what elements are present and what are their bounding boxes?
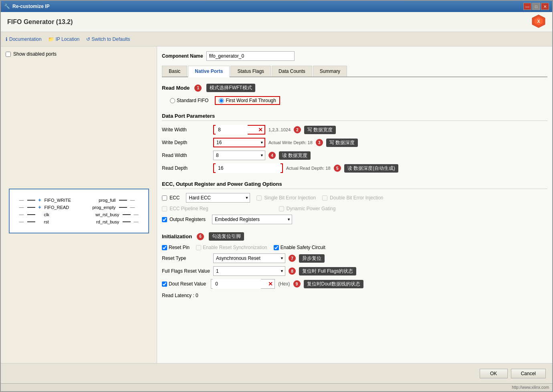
minimize-button[interactable]: — <box>523 3 531 10</box>
ecc-pipeline-label: ECC Pipeline Reg <box>170 206 208 211</box>
switch-defaults-button[interactable]: ↺ Switch to Defaults <box>86 36 130 42</box>
ecc-dropdown-wrapper: Hard ECC Soft ECC <box>186 193 250 203</box>
annotation-5-text: 读 数据深度(自动生成) <box>344 164 398 173</box>
dout-reset-row: Dout Reset Value ✕ (Hex) 9 复位时Dout数据线的状态 <box>162 279 547 289</box>
enable-reset-sync-checkbox[interactable] <box>196 245 201 250</box>
ecc-checkbox[interactable] <box>162 195 167 201</box>
ecc-pipeline-checkbox[interactable] <box>162 206 167 211</box>
enable-safety-label: Enable Safety Circuit <box>281 245 325 250</box>
write-width-range: 1,2,3..1024 <box>268 127 291 132</box>
ecc-dropdown[interactable]: Hard ECC Soft ECC <box>186 193 250 203</box>
write-width-input[interactable] <box>216 125 248 135</box>
ip-location-button[interactable]: 📁 IP Location <box>48 36 80 42</box>
write-width-row: Write Width ✕ 1,2,3..1024 2 写 数据宽度 <box>162 125 547 135</box>
read-latency-row: Read Latency : 0 <box>162 293 547 298</box>
full-flags-select[interactable]: 1 0 <box>213 266 285 276</box>
enable-safety-checkbox[interactable] <box>274 245 279 250</box>
output-reg-dropdown-wrapper: Embedded Registers Fabric Registers <box>212 215 292 224</box>
annotation-9-text: 复位时Dout数据线的状态 <box>304 280 363 288</box>
output-registers-checkbox[interactable] <box>162 217 167 222</box>
show-disabled-label: Show disabled ports <box>13 51 57 57</box>
read-depth-label: Read Depth <box>162 165 210 171</box>
read-width-row: Read Width 8 16 32 4 读 数据宽度 <box>162 151 547 160</box>
tab-basic[interactable]: Basic <box>162 66 187 76</box>
output-reg-dropdown[interactable]: Embedded Registers Fabric Registers <box>212 215 292 224</box>
svg-text:X: X <box>537 19 540 24</box>
dout-reset-checkbox[interactable] <box>162 281 167 287</box>
reset-type-row: Reset Type Asynchronous Reset Synchronou… <box>162 253 547 263</box>
ecc-title: ECC, Output Register and Power Gating Op… <box>162 181 547 189</box>
write-depth-row: Write Depth 16 32 64 128 Actual Write De… <box>162 138 547 147</box>
fifo-write-port: — + FIFO_WRITE prog_full — <box>19 197 139 203</box>
footer: OK Cancel <box>1 363 552 383</box>
full-flags-label: Full Flags Reset Value <box>162 268 210 274</box>
component-name-input[interactable] <box>206 51 295 61</box>
clk-port: — clk wr_rst_busy — <box>19 212 139 217</box>
show-disabled-ports-checkbox[interactable] <box>6 52 11 57</box>
annotation-4-text: 读 数据宽度 <box>279 151 311 160</box>
write-depth-actual: Actual Write Depth: 18 <box>268 140 313 145</box>
sidebar: Show disabled ports — + FIFO_WRITE prog_… <box>1 46 157 363</box>
annotation-8-badge: 8 <box>289 267 296 275</box>
tab-data-counts[interactable]: Data Counts <box>272 66 312 76</box>
reset-type-label: Reset Type <box>162 255 210 261</box>
annotation-5-badge: 5 <box>334 165 341 172</box>
write-depth-select-wrapper: 16 32 64 128 <box>213 138 265 147</box>
component-name-label: Component Name <box>162 53 203 59</box>
dout-reset-clear-button[interactable]: ✕ <box>268 281 273 287</box>
header-logo: X <box>531 14 546 30</box>
tab-native-ports[interactable]: Native Ports <box>188 66 230 77</box>
fifo-read-port: — + FIFO_READ prog_empty — <box>19 205 139 210</box>
read-mode-radio-group: Standard FIFO First Word Fall Through <box>170 96 547 105</box>
reset-options-row: Reset Pin Enable Reset Synchronization E… <box>162 245 547 250</box>
standard-fifo-radio[interactable]: Standard FIFO <box>170 98 208 103</box>
close-button[interactable]: ✕ <box>541 3 549 10</box>
location-icon: 📁 <box>48 36 54 42</box>
read-width-label: Read Width <box>162 153 210 158</box>
main-panel: Component Name Basic Native Ports Status… <box>157 46 552 363</box>
write-depth-select[interactable]: 16 32 64 128 <box>213 138 265 147</box>
cancel-button[interactable]: Cancel <box>511 369 546 378</box>
ecc-pipeline-row: ECC Pipeline Reg Dynamic Power Gating <box>162 206 547 211</box>
fwft-radio[interactable]: First Word Fall Through <box>215 96 280 105</box>
ecc-main-row: ECC Hard ECC Soft ECC Single Bit Error I… <box>162 193 547 203</box>
documentation-button[interactable]: ℹ Documentation <box>6 36 42 42</box>
maximize-button[interactable]: □ <box>532 3 540 10</box>
read-depth-input[interactable] <box>216 163 281 173</box>
double-bit-checkbox[interactable] <box>322 195 327 201</box>
write-width-clear-button[interactable]: ✕ <box>258 127 263 133</box>
data-port-section: Data Port Parameters Write Width ✕ 1,2,3… <box>162 113 547 173</box>
annotation-1-badge: 1 <box>194 84 202 92</box>
tab-summary[interactable]: Summary <box>313 66 347 76</box>
dynamic-power-checkbox[interactable] <box>279 206 284 211</box>
ecc-section: ECC, Output Register and Power Gating Op… <box>162 181 547 224</box>
window-icon: 🔧 <box>4 4 10 9</box>
dout-hex-label: (Hex) <box>278 281 290 287</box>
output-reg-label: Output Registers <box>170 217 206 222</box>
header: FIFO Generator (13.2) X <box>1 12 552 32</box>
dynamic-power-label: Dynamic Power Gating <box>287 206 336 211</box>
reset-pin-checkbox[interactable] <box>162 245 167 250</box>
annotation-7-badge: 7 <box>289 255 296 262</box>
refresh-icon: ↺ <box>86 36 90 42</box>
annotation-4-badge: 4 <box>268 152 276 159</box>
dout-reset-input[interactable] <box>213 279 261 289</box>
read-latency-text: Read Latency : 0 <box>162 293 198 298</box>
single-bit-label: Single Bit Error Injection <box>264 195 316 201</box>
annotation-2-badge: 2 <box>294 126 301 133</box>
dout-reset-label: Dout Reset Value <box>169 281 206 287</box>
ok-button[interactable]: OK <box>480 369 508 378</box>
annotation-1-text: 模式选择FWFT模式 <box>206 84 255 92</box>
rst-port: — rst rd_rst_busy — <box>19 219 139 225</box>
reset-type-select[interactable]: Asynchronous Reset Synchronous Reset <box>213 253 285 263</box>
reset-pin-label: Reset Pin <box>169 245 190 250</box>
read-mode-title: Read Mode <box>162 85 190 91</box>
full-flags-row: Full Flags Reset Value 1 0 8 复位时 Full Fl… <box>162 266 547 276</box>
single-bit-checkbox[interactable] <box>256 195 262 201</box>
read-depth-row: Read Depth Actual Read Depth: 18 5 读 数据深… <box>162 163 547 173</box>
status-url: http://www.xilinx.com <box>512 385 549 390</box>
reset-type-select-wrapper: Asynchronous Reset Synchronous Reset <box>213 253 285 263</box>
tab-status-flags[interactable]: Status Flags <box>230 66 271 76</box>
full-flags-select-wrapper: 1 0 <box>213 266 285 276</box>
read-width-select[interactable]: 8 16 32 <box>213 151 265 160</box>
